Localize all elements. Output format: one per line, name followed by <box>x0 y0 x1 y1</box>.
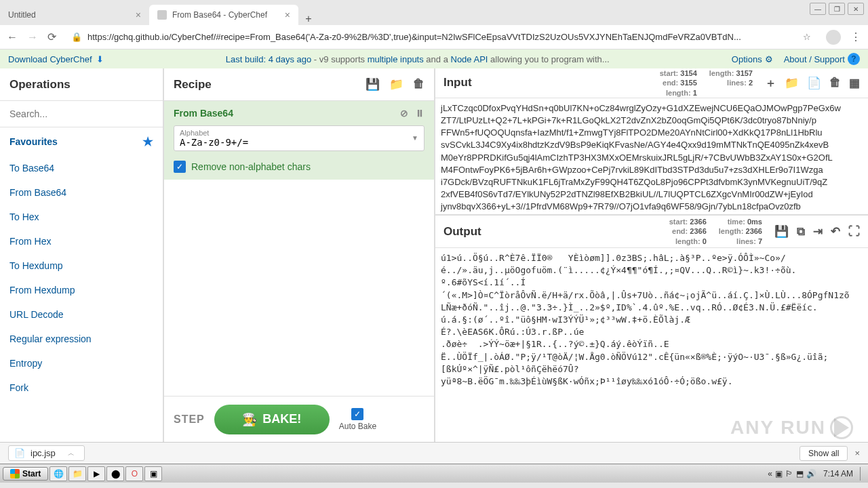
download-item[interactable]: 📄 ipc.jsp ︿ <box>8 445 85 461</box>
step-button[interactable]: STEP <box>174 413 205 426</box>
add-tab-icon[interactable]: ＋ <box>765 75 776 91</box>
open-file-icon[interactable]: 📄 <box>807 76 821 90</box>
flag-icon[interactable]: 🏳 <box>785 469 793 479</box>
downloads-bar: 📄 ipc.jsp ︿ Show all × <box>0 442 868 464</box>
browser-tabstrip: Untitled × From Base64 - CyberChef × + —… <box>0 0 868 25</box>
disable-icon[interactable]: ⊘ <box>400 108 408 119</box>
lock-icon: 🔒 <box>71 32 82 42</box>
help-icon: ? <box>848 53 860 65</box>
about-link[interactable]: About / Support ? <box>784 53 860 65</box>
menu-icon[interactable]: ⋮ <box>850 30 861 43</box>
op-regex[interactable]: Regular expression <box>0 327 163 351</box>
fullscreen-icon[interactable]: ⛶ <box>848 225 860 239</box>
move-to-input-icon[interactable]: ⇥ <box>813 224 823 239</box>
star-icon: ★ <box>142 134 153 149</box>
save-output-icon[interactable]: 💾 <box>774 224 789 239</box>
alphabet-select[interactable]: Alphabet A-Za-z0-9+/= ▼ <box>174 125 425 151</box>
reset-layout-icon[interactable]: ▦ <box>849 76 860 90</box>
trash-icon[interactable]: 🗑 <box>413 77 425 92</box>
search-input[interactable] <box>9 108 153 119</box>
opera-icon[interactable]: O <box>125 466 143 481</box>
minimize-icon[interactable]: — <box>810 3 826 15</box>
operation-name: From Base64 <box>174 108 233 119</box>
open-folder-icon[interactable]: 📁 <box>785 76 799 90</box>
close-icon[interactable]: ✕ <box>848 3 864 15</box>
op-from-base64[interactable]: From Base64 <box>0 180 163 205</box>
back-icon[interactable]: ← <box>7 31 18 43</box>
maximize-icon[interactable]: ❐ <box>829 3 845 15</box>
tray-icon[interactable]: ⬒ <box>796 469 804 479</box>
alphabet-value: A-Za-z0-9+/= <box>180 137 418 148</box>
app-main: Operations Favourites ★ To Base64 From B… <box>0 68 868 442</box>
show-desktop[interactable] <box>860 467 865 481</box>
recipe-footer: STEP 👨‍🍳 BAKE! ✓ Auto Bake <box>164 396 434 442</box>
recipe-operation[interactable]: From Base64 ⊘ ⏸ Alphabet A-Za-z0-9+/= ▼ … <box>164 101 434 180</box>
close-icon[interactable]: × <box>854 448 860 458</box>
op-to-base64[interactable]: To Base64 <box>0 156 163 180</box>
file-icon: 📄 <box>14 448 25 458</box>
clear-icon[interactable]: 🗑 <box>829 76 841 89</box>
op-entropy[interactable]: Entropy <box>0 351 163 375</box>
tab-untitled[interactable]: Untitled × <box>0 5 149 25</box>
chevron-up-icon[interactable]: ︿ <box>68 449 75 458</box>
input-header: Input start: 3154end: 3155length: 1 leng… <box>435 68 868 98</box>
op-from-hexdump[interactable]: From Hexdump <box>0 278 163 302</box>
media-icon[interactable]: ▶ <box>87 466 105 481</box>
bake-button[interactable]: 👨‍🍳 BAKE! <box>214 405 330 434</box>
operations-title: Operations <box>0 68 163 101</box>
tab-cyberchef[interactable]: From Base64 - CyberChef × <box>149 5 298 25</box>
profile-icon[interactable] <box>826 30 841 45</box>
output-header: Output start: 2366end: 2366length: 0 tim… <box>435 216 868 248</box>
checkbox-icon: ✓ <box>351 408 363 420</box>
clock[interactable]: 7:14 AM <box>823 469 853 479</box>
checkbox-icon: ✓ <box>174 161 186 173</box>
show-all-button[interactable]: Show all <box>800 446 848 461</box>
tray-expand-icon[interactable]: « <box>768 469 772 479</box>
download-icon[interactable]: ⬇ <box>96 54 104 64</box>
ie-icon[interactable]: 🌐 <box>50 466 67 481</box>
system-tray: « ▣ 🏳 ⬒ 🔊 7:14 AM <box>768 467 865 481</box>
explorer-icon[interactable]: 📁 <box>68 466 86 481</box>
op-to-hexdump[interactable]: To Hexdump <box>0 253 163 278</box>
favourites-category[interactable]: Favourites ★ <box>0 127 163 156</box>
undo-icon[interactable]: ↶ <box>831 224 840 239</box>
search-box <box>0 101 163 127</box>
op-from-hex[interactable]: From Hex <box>0 229 163 253</box>
reload-icon[interactable]: ⟳ <box>47 30 56 43</box>
new-tab-button[interactable]: + <box>298 13 319 25</box>
close-icon[interactable]: × <box>136 9 141 20</box>
close-icon[interactable]: × <box>285 9 290 20</box>
copy-icon[interactable]: ⧉ <box>797 225 805 239</box>
options-link[interactable]: Options ⚙ <box>732 54 773 64</box>
chef-icon: 👨‍🍳 <box>242 412 257 427</box>
banner: Download CyberChef ⬇ Last build: 4 days … <box>0 49 868 68</box>
app-icon[interactable]: ▣ <box>144 466 162 481</box>
bookmark-icon[interactable]: ☆ <box>803 32 811 42</box>
save-icon[interactable]: 💾 <box>366 77 380 92</box>
op-url-decode[interactable]: URL Decode <box>0 302 163 327</box>
autobake-toggle[interactable]: ✓ Auto Bake <box>339 408 376 431</box>
input-stats: start: 3154end: 3155length: 1 length: 31… <box>660 68 753 98</box>
pause-icon[interactable]: ⏸ <box>415 108 425 119</box>
op-to-hex[interactable]: To Hex <box>0 205 163 229</box>
tab-title: From Base64 - CyberChef <box>172 10 267 20</box>
tray-icon[interactable]: ▣ <box>775 469 783 479</box>
remove-chars-checkbox[interactable]: ✓ Remove non-alphabet chars <box>174 161 425 173</box>
operations-panel: Operations Favourites ★ To Base64 From B… <box>0 68 164 442</box>
tab-title: Untitled <box>8 10 36 20</box>
gear-icon: ⚙ <box>765 54 773 64</box>
output-text[interactable]: ú1>ú..Ö§ú..R^È7ê.ÏÏ0® YÈìòøm]].0z3BS;.hâ… <box>435 248 868 392</box>
download-link[interactable]: Download CyberChef <box>8 54 92 64</box>
input-text[interactable]: jLxTCzqc0DfoxPvqYHdSn+q0bUl7KN+oCz84wrgl… <box>435 98 868 214</box>
folder-icon[interactable]: 📁 <box>389 77 403 92</box>
volume-icon[interactable]: 🔊 <box>806 469 816 479</box>
alphabet-label: Alphabet <box>180 129 418 137</box>
chrome-icon[interactable]: ⬤ <box>106 466 124 481</box>
url-text: https://gchq.github.io/CyberChef/#recipe… <box>87 32 797 42</box>
banner-text: Last build: 4 days ago - v9 supports mul… <box>226 54 610 64</box>
url-bar[interactable]: 🔒 https://gchq.github.io/CyberChef/#reci… <box>66 32 816 42</box>
op-fork[interactable]: Fork <box>0 375 163 400</box>
forward-icon[interactable]: → <box>27 31 38 43</box>
favicon-icon <box>157 10 167 20</box>
start-button[interactable]: Start <box>3 467 48 481</box>
